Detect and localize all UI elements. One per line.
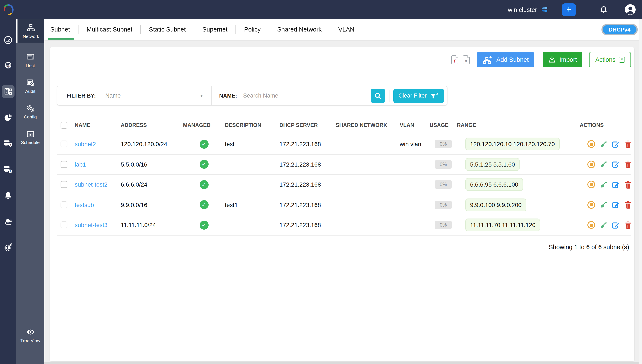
edit-action-icon[interactable] <box>612 221 620 229</box>
table-row: lab15.5.0.0/16✓172.21.223.1680%5.5.1.25 … <box>57 154 631 175</box>
delete-action-icon[interactable] <box>624 160 632 168</box>
sidebar-item-schedule[interactable]: Schedule <box>16 130 44 145</box>
edit-action-icon[interactable] <box>612 201 620 209</box>
column-header-managed[interactable]: MANAGED <box>183 122 225 128</box>
subnet-name-link[interactable]: subnet-test2 <box>75 181 107 188</box>
description-cell: test1 <box>225 202 279 208</box>
reports-icon[interactable] <box>3 112 13 123</box>
sweep-action-icon[interactable] <box>599 160 607 168</box>
sidebar-item-tree-view[interactable]: Tree View <box>16 328 44 343</box>
sidebar-item-config[interactable]: Config <box>16 104 44 119</box>
stop-action-icon[interactable] <box>587 181 595 188</box>
bottom-edge-strip <box>44 362 638 364</box>
export-pdf-icon[interactable]: ƒ <box>451 55 458 64</box>
dns-icon[interactable]: DNS <box>3 61 13 71</box>
subnet-name-link[interactable]: subnet2 <box>75 141 96 148</box>
search-button[interactable] <box>371 88 385 103</box>
sidebar-item-label: Tree View <box>20 338 40 343</box>
quick-add-button[interactable]: + <box>562 3 576 16</box>
sidebar-section-items: HostAuditConfigSchedule <box>16 53 44 145</box>
column-header-vlan[interactable]: VLAN <box>400 122 430 128</box>
table-row: subnet2120.120.120.0/24✓test172.21.223.1… <box>57 134 631 154</box>
tab-shared-network[interactable]: Shared Network <box>269 19 330 40</box>
sidebar-item-label: Config <box>24 114 37 119</box>
delete-action-icon[interactable] <box>624 140 632 148</box>
column-header-range[interactable]: RANGE <box>457 122 580 128</box>
stop-action-icon[interactable] <box>587 140 595 148</box>
sweep-action-icon[interactable] <box>599 180 607 189</box>
range-pill[interactable]: 6.6.6.95 6.6.6.100 <box>465 178 523 191</box>
stop-action-icon[interactable] <box>587 160 595 168</box>
subnet-name-link[interactable]: lab1 <box>75 161 86 168</box>
range-cell: 9.9.0.100 9.9.0.200 <box>457 198 580 211</box>
tab-multicast-subnet[interactable]: Multicast Subnet <box>79 19 140 40</box>
windows-logo-icon <box>541 6 548 13</box>
delete-action-icon[interactable] <box>624 201 632 209</box>
column-header-description[interactable]: DESCRIPTION <box>225 122 279 128</box>
brand-logo[interactable] <box>0 4 16 16</box>
column-header-shared-network[interactable]: SHARED NETWORK <box>336 122 400 128</box>
edit-action-icon[interactable] <box>612 160 620 168</box>
row-checkbox[interactable] <box>61 161 67 168</box>
sidebar-item-network[interactable]: Network <box>16 19 44 42</box>
delete-action-icon[interactable] <box>624 221 632 229</box>
tab-vlan[interactable]: VLAN <box>330 19 363 40</box>
table-header-row: NAMEADDRESSMANAGEDDESCRIPTIONDHCP SERVER… <box>57 116 631 134</box>
range-pill[interactable]: 5.5.1.25 5.5.1.60 <box>465 158 520 171</box>
managed-cell: ✓ <box>183 221 225 230</box>
dashboard-icon[interactable] <box>3 35 13 45</box>
actions-dropdown-button[interactable]: Actions ▾ <box>589 52 631 67</box>
tab-policy[interactable]: Policy <box>236 19 269 40</box>
user-avatar-icon[interactable] <box>624 4 636 15</box>
column-header-actions[interactable]: ACTIONS <box>580 122 631 128</box>
sidebar-item-audit[interactable]: Audit <box>16 78 44 94</box>
sidebar-item-host[interactable]: Host <box>16 53 44 68</box>
column-header-name[interactable]: NAME <box>75 122 121 128</box>
stop-action-icon[interactable] <box>587 201 595 209</box>
admin-icon[interactable] <box>3 242 13 252</box>
clear-filter-button[interactable]: Clear Filter x <box>393 88 444 103</box>
export-excel-icon[interactable]: x <box>463 55 470 64</box>
sweep-action-icon[interactable] <box>599 221 607 229</box>
range-pill[interactable]: 11.11.11.70 11.11.11.120 <box>465 219 540 232</box>
row-checkbox[interactable] <box>61 141 67 148</box>
vertical-scrollbar[interactable] <box>638 19 642 364</box>
dhcp-version-badge[interactable]: DHCPv4 <box>601 24 638 35</box>
search-name-input[interactable] <box>243 92 371 99</box>
server-policy-icon[interactable]: ! <box>3 164 13 175</box>
stop-action-icon[interactable] <box>587 221 595 229</box>
import-button[interactable]: Import <box>543 52 582 67</box>
usage-badge: 0% <box>435 140 452 148</box>
subnet-name-link[interactable]: subnet-test3 <box>75 222 107 228</box>
subnet-name-link[interactable]: testsub <box>75 202 94 208</box>
usage-cell: 0% <box>430 180 457 189</box>
usage-badge: 0% <box>435 221 452 230</box>
range-pill[interactable]: 9.9.0.100 9.9.0.200 <box>465 198 526 211</box>
tab-supernet[interactable]: Supernet <box>194 19 236 40</box>
row-checkbox[interactable] <box>61 222 67 228</box>
integrations-icon[interactable] <box>3 216 13 226</box>
edit-action-icon[interactable] <box>612 140 620 148</box>
column-header-usage[interactable]: USAGE <box>430 122 457 128</box>
delete-action-icon[interactable] <box>624 180 632 189</box>
sidebar-icon-rail: DNS!! <box>0 19 16 364</box>
add-subnet-button[interactable]: Add Subnet <box>477 52 534 67</box>
tab-subnet[interactable]: Subnet <box>44 19 78 40</box>
column-header-dhcp-server[interactable]: DHCP SERVER <box>279 122 336 128</box>
row-checkbox[interactable] <box>61 202 67 208</box>
tab-static-subnet[interactable]: Static Subnet <box>141 19 194 40</box>
column-header-address[interactable]: ADDRESS <box>121 122 183 128</box>
edit-action-icon[interactable] <box>612 180 620 189</box>
ipam-icon[interactable] <box>2 85 15 98</box>
managed-cell: ✓ <box>183 200 225 209</box>
row-checkbox[interactable] <box>61 181 67 188</box>
filter-by-select[interactable]: Name ▼ <box>105 92 203 99</box>
alerts-icon[interactable] <box>3 190 13 201</box>
server-alert-icon[interactable]: ! <box>3 138 13 149</box>
select-all-checkbox[interactable] <box>61 122 67 128</box>
range-pill[interactable]: 120.120.120.10 120.120.120.70 <box>465 138 559 150</box>
sweep-action-icon[interactable] <box>599 140 607 148</box>
sweep-action-icon[interactable] <box>599 201 607 209</box>
notifications-bell-icon[interactable] <box>599 5 608 14</box>
svg-text:x: x <box>436 92 438 95</box>
